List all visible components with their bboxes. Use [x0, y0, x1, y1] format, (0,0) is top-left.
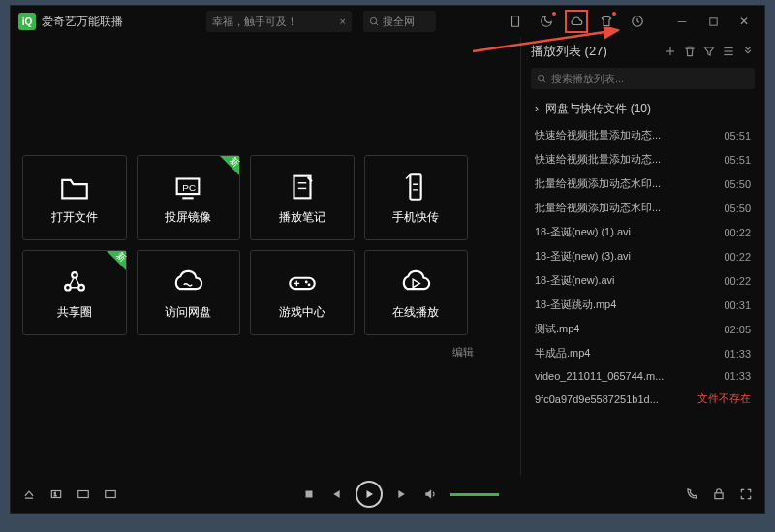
- file-name: 快速给视频批量添加动态...: [535, 128, 716, 142]
- svg-rect-8: [294, 175, 310, 198]
- feature-label: 游戏中心: [279, 304, 326, 321]
- svg-line-1: [376, 22, 378, 24]
- eject-icon[interactable]: [22, 487, 36, 501]
- playlist-item[interactable]: 18-圣诞(new) (3).avi00:22: [521, 244, 764, 268]
- subtitle2-icon[interactable]: [104, 487, 117, 501]
- svg-rect-11: [411, 174, 421, 200]
- feature-cloud[interactable]: 访问网盘: [137, 250, 241, 335]
- file-name: 18-圣诞跳动.mp4: [535, 297, 716, 312]
- playlist-item[interactable]: 测试.mp402:05: [521, 317, 764, 341]
- file-name: 18-圣诞(new) (3).avi: [535, 249, 716, 264]
- feature-label: 在线播放: [392, 304, 439, 321]
- moon-icon[interactable]: [538, 13, 555, 30]
- note-icon: [286, 171, 319, 203]
- titlebar: iQ 爱奇艺万能联播 幸福，触手可及！ × 搜全网 ─ ✕: [11, 6, 764, 37]
- close-icon[interactable]: ✕: [735, 13, 753, 30]
- search-placeholder: 幸福，触手可及！: [212, 15, 297, 29]
- search-web-button[interactable]: 搜全网: [363, 11, 436, 32]
- svg-rect-29: [78, 491, 89, 498]
- share-circle-icon: [58, 266, 91, 298]
- file-name: 9fc0a97d9e5587251b1d...: [535, 393, 690, 405]
- svg-point-25: [538, 75, 543, 80]
- file-duration: 01:33: [724, 348, 751, 360]
- file-duration: 00:22: [724, 227, 751, 238]
- playlist-folder[interactable]: › 网盘与快传文件 (10): [521, 95, 764, 123]
- search-hot-input[interactable]: 幸福，触手可及！ ×: [206, 11, 352, 32]
- file-duration: 00:22: [724, 275, 751, 287]
- add-icon[interactable]: [664, 45, 677, 58]
- svg-rect-32: [715, 493, 723, 499]
- search-icon: [369, 16, 380, 27]
- trash-icon[interactable]: [683, 45, 697, 58]
- playlist-header: 播放列表 (27): [521, 37, 764, 66]
- feature-note[interactable]: 播放笔记: [250, 155, 355, 240]
- playlist-title: 播放列表 (27): [531, 43, 658, 60]
- app-logo-icon: iQ: [18, 13, 36, 30]
- lock-icon[interactable]: [712, 487, 726, 501]
- shirt-icon[interactable]: [598, 13, 615, 30]
- phone-icon[interactable]: [685, 487, 698, 501]
- playlist-search-input[interactable]: 搜索播放列表...: [531, 68, 755, 89]
- file-name: video_211011_065744.m...: [535, 370, 716, 382]
- next-button[interactable]: [396, 487, 410, 501]
- collapse-icon[interactable]: [741, 45, 755, 58]
- clear-icon[interactable]: ×: [340, 16, 346, 27]
- feature-cloud-play[interactable]: 在线播放: [364, 250, 469, 335]
- svg-line-26: [543, 79, 545, 81]
- file-duration: 01:33: [724, 370, 751, 382]
- file-name: 批量给视频添加动态水印...: [535, 201, 716, 215]
- feature-share-circle[interactable]: 共享圈: [22, 250, 127, 335]
- svg-rect-15: [290, 277, 315, 288]
- feature-folder[interactable]: 打开文件: [22, 155, 127, 240]
- list-icon[interactable]: [722, 45, 735, 58]
- playlist-item[interactable]: video_211011_065744.m...01:33: [521, 365, 764, 387]
- playlist-item[interactable]: 18-圣诞(new).avi00:22: [521, 268, 764, 293]
- app-title: 爱奇艺万能联播: [42, 14, 123, 30]
- volume-slider[interactable]: [450, 493, 499, 496]
- svg-point-12: [65, 284, 71, 290]
- fullscreen-icon[interactable]: [739, 487, 753, 501]
- svg-rect-30: [106, 491, 116, 498]
- playlist-item[interactable]: 18-圣诞跳动.mp400:31: [521, 293, 764, 317]
- clipboard-icon[interactable]: [507, 13, 524, 30]
- playlist-item[interactable]: 批量给视频添加动态水印...05:50: [521, 196, 764, 220]
- filter-icon[interactable]: [702, 45, 716, 58]
- svg-point-18: [305, 280, 308, 283]
- history-icon[interactable]: [629, 13, 646, 30]
- feature-phone-transfer[interactable]: 手机快传: [364, 155, 469, 240]
- file-duration: 00:31: [724, 299, 751, 311]
- cloud-play-icon: [399, 266, 432, 298]
- feature-gamepad[interactable]: 游戏中心: [250, 250, 355, 335]
- playlist-item[interactable]: 9fc0a97d9e5587251b1d...文件不存在: [521, 387, 764, 411]
- playlist-item[interactable]: 快速给视频批量添加动态...05:51: [521, 147, 764, 172]
- svg-rect-4: [709, 17, 716, 24]
- aspect-icon[interactable]: 1: [49, 487, 63, 501]
- new-badge: [220, 156, 239, 175]
- cloud-icon[interactable]: [568, 13, 585, 30]
- file-name: 批量给视频添加动态水印...: [535, 176, 716, 191]
- svg-rect-31: [306, 491, 313, 498]
- file-duration: 05:50: [724, 178, 751, 190]
- playlist-item[interactable]: 快速给视频批量添加动态...05:51: [521, 123, 764, 147]
- edit-button[interactable]: 编辑: [452, 345, 474, 360]
- svg-point-13: [78, 284, 84, 290]
- file-name: 快速给视频批量添加动态...: [535, 152, 716, 167]
- playlist-item[interactable]: 批量给视频添加动态水印...05:50: [521, 172, 764, 196]
- file-name: 18-圣诞(new) (1).avi: [535, 225, 716, 239]
- maximize-icon[interactable]: [704, 13, 722, 30]
- playlist-item[interactable]: 半成品.mp401:33: [521, 341, 764, 365]
- feature-pc-cast[interactable]: PC投屏镜像: [137, 155, 241, 240]
- svg-point-0: [370, 17, 376, 23]
- stop-button[interactable]: [303, 488, 315, 500]
- minimize-icon[interactable]: ─: [673, 13, 691, 30]
- volume-icon[interactable]: [423, 487, 437, 501]
- file-name: 18-圣诞(new).avi: [535, 273, 716, 288]
- subtitle1-icon[interactable]: [77, 487, 90, 501]
- prev-button[interactable]: [328, 487, 342, 501]
- playback-controls: 1: [11, 476, 764, 513]
- feature-label: 投屏镜像: [165, 209, 211, 226]
- file-name: 测试.mp4: [535, 322, 716, 336]
- playlist-item[interactable]: 18-圣诞(new) (1).avi00:22: [521, 220, 764, 244]
- svg-rect-2: [512, 16, 519, 27]
- play-button[interactable]: [356, 481, 383, 508]
